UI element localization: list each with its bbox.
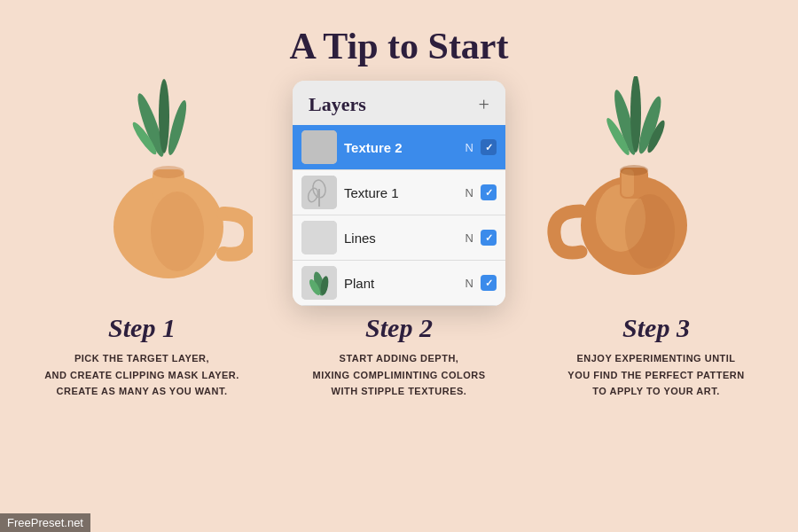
left-plant-leaves	[129, 79, 190, 159]
layer-name-texture2: Texture 2	[344, 140, 458, 155]
step-1-desc: Pick the target layer,and create clippin…	[22, 350, 262, 400]
left-vase-section	[44, 76, 284, 280]
layer-mode-lines: N	[466, 231, 473, 245]
layer-check-plant[interactable]	[481, 275, 497, 291]
svg-point-7	[153, 166, 184, 178]
layers-add-button[interactable]: +	[479, 95, 489, 114]
layer-check-texture2[interactable]	[481, 139, 497, 155]
main-container: A Tip to Start	[0, 0, 798, 532]
main-title: A Tip to Start	[290, 25, 509, 67]
layer-row-lines[interactable]: Lines N	[293, 215, 505, 261]
layer-thumb-plant	[301, 266, 337, 300]
step-2-block: Step 2 Start adding depth,mixing complim…	[279, 313, 519, 400]
layer-mode-texture2: N	[466, 141, 473, 154]
watermark: FreePreset.net	[0, 513, 90, 532]
layer-mode-texture1: N	[466, 186, 473, 200]
layer-check-lines[interactable]	[481, 230, 497, 246]
layer-name-plant: Plant	[344, 276, 458, 291]
svg-point-1	[159, 79, 169, 153]
step-2-desc: Start adding depth,mixing compliminting …	[279, 350, 519, 400]
step-1-title: Step 1	[22, 313, 262, 343]
step-3-block: Step 3 Enjoy experimenting untilyou find…	[536, 313, 776, 400]
svg-point-27	[625, 194, 675, 269]
layers-header: Layers +	[293, 81, 505, 125]
right-vase-illustration	[545, 76, 723, 280]
svg-rect-8	[301, 130, 337, 164]
layer-thumb-lines	[301, 221, 337, 254]
layers-panel-title: Layers	[309, 93, 366, 116]
title-section: A Tip to Start	[290, 25, 509, 67]
step-2-title: Step 2	[279, 313, 519, 343]
svg-point-28	[620, 165, 648, 176]
step-1-block: Step 1 Pick the target layer,and create …	[22, 313, 262, 400]
step-3-desc: Enjoy experimenting untilyou find the pe…	[536, 350, 776, 400]
steps-row: Step 1 Pick the target layer,and create …	[0, 313, 798, 400]
layers-panel-section: Layers + Texture 2 N	[284, 76, 514, 306]
step-3-title: Step 3	[536, 313, 776, 343]
right-plant-leaves	[604, 76, 668, 157]
layer-row-texture2[interactable]: Texture 2 N	[293, 125, 505, 170]
svg-point-19	[630, 76, 641, 153]
layer-row-texture1[interactable]: Texture 1 N	[293, 170, 505, 215]
layer-row-plant[interactable]: Plant N	[293, 261, 505, 306]
layers-panel: Layers + Texture 2 N	[293, 81, 505, 306]
layer-thumb-texture1	[301, 176, 337, 209]
layer-mode-plant: N	[466, 277, 473, 290]
layer-name-lines: Lines	[344, 231, 458, 246]
svg-rect-13	[301, 221, 337, 254]
layer-thumb-texture2	[301, 130, 337, 164]
layer-name-texture1: Texture 1	[344, 185, 458, 200]
left-vase-illustration	[75, 76, 253, 280]
right-vase-section	[514, 76, 754, 280]
layer-check-texture1[interactable]	[481, 184, 497, 200]
svg-point-6	[151, 192, 204, 271]
content-row: Layers + Texture 2 N	[0, 76, 798, 306]
